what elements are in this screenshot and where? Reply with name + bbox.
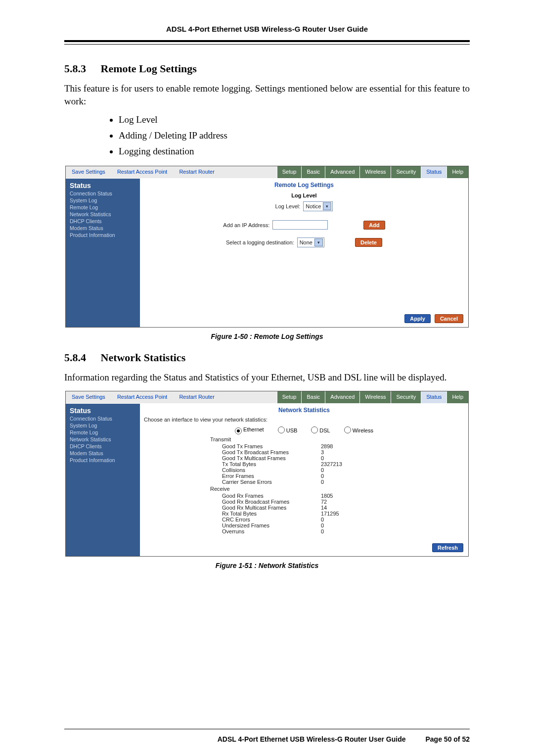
figure-1-51-caption: Figure 1-51 : Network Statistics [64, 562, 470, 569]
stat-key: Tx Total Bytes [222, 461, 321, 467]
stat-value: 2898 [321, 443, 360, 449]
stat-row: Error Frames0 [222, 473, 465, 479]
stat-value: 0 [321, 528, 360, 534]
footer-title: ADSL 4-Port Ethernet USB Wireless-G Rout… [218, 735, 406, 743]
sidebar-item-network-statistics[interactable]: Network Statistics [70, 211, 136, 217]
radio-usb[interactable]: USB [278, 426, 298, 434]
sidebar: Status Connection Status System Log Remo… [66, 404, 140, 556]
sidebar-item-product-information[interactable]: Product Information [70, 457, 136, 463]
tab-advanced[interactable]: Advanced [325, 166, 359, 178]
cancel-button[interactable]: Cancel [435, 314, 463, 323]
stat-key: CRC Errors [222, 517, 321, 522]
link-restart-router[interactable]: Restart Router [173, 391, 221, 403]
logging-destination-select[interactable]: None ▾ [297, 237, 324, 247]
sidebar-item-system-log[interactable]: System Log [70, 197, 136, 203]
sidebar-item-connection-status[interactable]: Connection Status [70, 416, 136, 422]
stat-row: Carrier Sense Errors0 [222, 479, 465, 485]
radio-ethernet[interactable]: Ethernet [235, 426, 264, 434]
section-583-number: 5.8.3 [64, 62, 86, 75]
sidebar-item-product-information[interactable]: Product Information [70, 232, 136, 238]
stat-row: Tx Total Bytes2327213 [222, 461, 465, 467]
logging-destination-value: None [300, 239, 312, 245]
radio-wireless-label: Wireless [353, 427, 373, 433]
radio-ethernet-label: Ethernet [243, 426, 264, 432]
document-header: ADSL 4-Port Ethernet USB Wireless-G Rout… [64, 25, 470, 42]
sidebar-item-dhcp-clients[interactable]: DHCP Clients [70, 218, 136, 224]
section-583-paragraph: This feature is for users to enable remo… [64, 82, 470, 107]
document-footer: ADSL 4-Port Ethernet USB Wireless-G Rout… [64, 735, 470, 743]
stat-row: Good Rx Frames1805 [222, 493, 465, 499]
bullet-item: Logging destination [119, 146, 470, 157]
sidebar-item-modem-status[interactable]: Modem Status [70, 225, 136, 231]
stat-value: 72 [321, 499, 360, 505]
tab-advanced[interactable]: Advanced [325, 391, 359, 403]
stat-row: Good Rx Multicast Frames14 [222, 505, 465, 511]
sidebar-item-remote-log[interactable]: Remote Log [70, 204, 136, 210]
log-level-value: Notice [306, 203, 321, 209]
stats-block: Transmit Good Tx Frames2898Good Tx Broad… [222, 436, 465, 534]
radio-dsl-label: DSL [319, 427, 330, 433]
tab-basic[interactable]: Basic [301, 166, 325, 178]
tab-setup[interactable]: Setup [277, 391, 302, 403]
section-584-heading: 5.8.4 Network Statistics [64, 351, 470, 364]
sidebar-item-modem-status[interactable]: Modem Status [70, 450, 136, 456]
link-save-settings[interactable]: Save Settings [66, 166, 111, 178]
sidebar-item-system-log[interactable]: System Log [70, 423, 136, 428]
sidebar-item-dhcp-clients[interactable]: DHCP Clients [70, 443, 136, 449]
stat-row: Good Tx Frames2898 [222, 443, 465, 449]
router-topbar: Save Settings Restart Access Point Resta… [66, 391, 468, 404]
add-ip-row: Add an IP Address: Add [143, 220, 465, 230]
stat-row: Rx Total Bytes171295 [222, 511, 465, 517]
chevron-down-icon: ▾ [314, 238, 323, 246]
tab-help[interactable]: Help [446, 166, 468, 178]
tab-setup[interactable]: Setup [277, 166, 302, 178]
section-583-heading: 5.8.3 Remote Log Settings [64, 62, 470, 75]
radio-dsl[interactable]: DSL [311, 426, 330, 434]
add-ip-input[interactable] [272, 220, 328, 230]
link-save-settings[interactable]: Save Settings [66, 391, 111, 403]
log-level-select[interactable]: Notice ▾ [303, 201, 333, 211]
link-restart-router[interactable]: Restart Router [173, 166, 221, 178]
tab-security[interactable]: Security [391, 166, 421, 178]
refresh-button[interactable]: Refresh [432, 543, 463, 552]
sidebar-item-network-statistics[interactable]: Network Statistics [70, 436, 136, 442]
tab-status[interactable]: Status [421, 391, 446, 403]
router-topbar: Save Settings Restart Access Point Resta… [66, 166, 468, 179]
sidebar-item-remote-log[interactable]: Remote Log [70, 429, 136, 435]
tab-wireless[interactable]: Wireless [359, 391, 391, 403]
link-restart-access-point[interactable]: Restart Access Point [111, 391, 174, 403]
stat-key: Rx Total Bytes [222, 511, 321, 517]
tab-help[interactable]: Help [446, 391, 468, 403]
stat-value: 1805 [321, 493, 360, 499]
stat-value: 0 [321, 467, 360, 473]
stat-key: Good Rx Broadcast Frames [222, 499, 321, 505]
stat-row: Good Tx Multicast Frames0 [222, 455, 465, 461]
delete-button[interactable]: Delete [355, 238, 382, 247]
section-583-bullets: Log Level Adding / Deleting IP address L… [119, 114, 470, 157]
stat-value: 0 [321, 455, 360, 461]
sidebar: Status Connection Status System Log Remo… [66, 179, 140, 327]
footer-rule [64, 729, 470, 729]
sidebar-item-connection-status[interactable]: Connection Status [70, 190, 136, 196]
section-584-number: 5.8.4 [64, 351, 86, 364]
link-restart-access-point[interactable]: Restart Access Point [111, 166, 174, 178]
log-level-heading: Log Level [143, 192, 465, 198]
stat-key: Undersized Frames [222, 522, 321, 528]
log-level-row: Log Level: Notice ▾ [143, 201, 465, 211]
network-statistics-screenshot: Save Settings Restart Access Point Resta… [65, 391, 469, 557]
tab-wireless[interactable]: Wireless [359, 166, 391, 178]
tab-security[interactable]: Security [391, 391, 421, 403]
action-buttons: Refresh [432, 543, 463, 552]
add-button[interactable]: Add [363, 221, 385, 230]
radio-wireless[interactable]: Wireless [344, 426, 373, 434]
stat-value: 14 [321, 505, 360, 511]
tab-basic[interactable]: Basic [301, 391, 325, 403]
bullet-item: Log Level [119, 114, 470, 125]
action-buttons: Apply Cancel [404, 314, 463, 323]
transmit-heading: Transmit [210, 436, 465, 442]
stat-value: 0 [321, 473, 360, 479]
stat-value: 0 [321, 517, 360, 522]
stat-row: Good Rx Broadcast Frames72 [222, 499, 465, 505]
apply-button[interactable]: Apply [404, 314, 431, 323]
tab-status[interactable]: Status [421, 166, 446, 178]
